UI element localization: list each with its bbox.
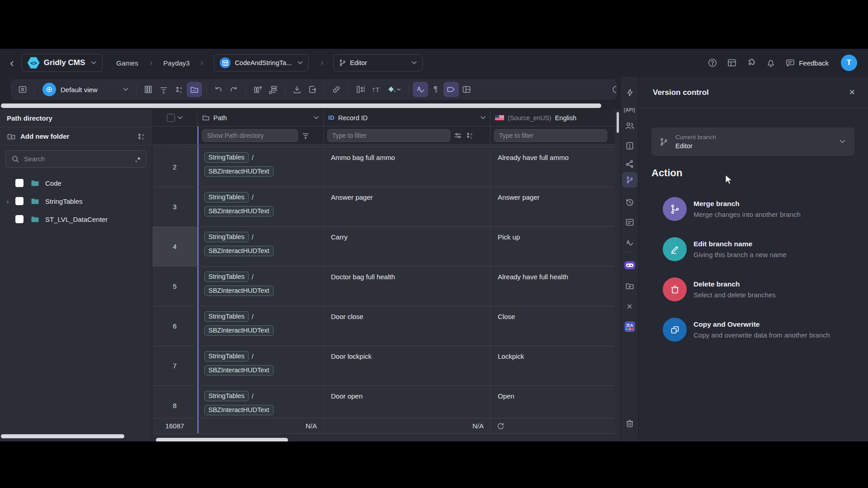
path-tag[interactable]: StringTables — [204, 272, 249, 282]
path-tag[interactable]: StringTables — [204, 152, 249, 163]
select-all-checkbox[interactable] — [167, 114, 175, 122]
path-cell[interactable]: StringTables/SBZInteractHUDText — [198, 346, 324, 385]
path-cell[interactable]: StringTables/SBZInteractHUDText — [198, 227, 324, 266]
path-cell[interactable]: StringTables/SBZInteractHUDText — [198, 147, 324, 187]
sidebar-search-input[interactable]: Search .* — [5, 150, 146, 168]
table-horizontal-scrollbar-thumb[interactable] — [156, 438, 288, 441]
path-tag[interactable]: StringTables — [204, 232, 249, 242]
current-branch-selector[interactable]: Current branch Editor — [651, 127, 854, 156]
sort-icon[interactable]: az — [171, 82, 187, 97]
search-icon[interactable] — [610, 84, 617, 95]
trash-icon[interactable] — [626, 419, 634, 428]
table-row[interactable]: 2StringTables/SBZInteractHUDTextAmmo bag… — [152, 147, 615, 187]
path-tag[interactable]: SBZInteractHUDText — [204, 365, 274, 375]
refresh-icon[interactable] — [497, 422, 505, 430]
filter-funnel-icon[interactable] — [302, 132, 310, 139]
select-all-header[interactable] — [152, 109, 198, 126]
table-row[interactable]: 4StringTables/SBZInteractHUDTextCarryPic… — [152, 227, 615, 267]
regex-toggle-icon[interactable]: .* — [135, 155, 141, 163]
table-row[interactable]: 7StringTables/SBZInteractHUDTextDoor loc… — [152, 346, 615, 386]
path-cell[interactable]: StringTables/SBZInteractHUDText — [198, 267, 324, 306]
breadcrumb-games[interactable]: Games — [116, 59, 138, 67]
action-edit-branch-name[interactable]: Edit branch nameGiving this branch a new… — [663, 229, 859, 269]
grid-selector[interactable]: CodeAndStringTa... — [214, 54, 309, 71]
automations-icon[interactable] — [625, 88, 634, 97]
record-id-cell[interactable]: Door open — [324, 386, 491, 418]
notes-card-icon[interactable] — [625, 218, 634, 226]
filter-settings-icon[interactable] — [454, 132, 462, 139]
path-tag[interactable]: SBZInteractHUDText — [204, 325, 274, 336]
grid-horizontal-scrollbar-thumb[interactable] — [1, 103, 601, 108]
tasks-icon[interactable] — [625, 141, 634, 150]
english-filter-input[interactable]: Type to filter — [494, 129, 607, 142]
table-row[interactable]: 6StringTables/SBZInteractHUDTextDoor clo… — [152, 306, 615, 346]
path-tag[interactable]: StringTables — [204, 391, 249, 401]
insert-row-icon[interactable] — [265, 82, 281, 97]
column-header-path[interactable]: Path — [198, 109, 324, 126]
tag-icon[interactable] — [443, 82, 459, 97]
table-row[interactable]: 5StringTables/SBZInteractHUDTextDoctor b… — [152, 267, 615, 306]
view-manager-icon[interactable] — [15, 82, 30, 97]
record-id-cell[interactable]: Door lockpick — [324, 346, 491, 385]
path-tag[interactable]: SBZInteractHUDText — [204, 405, 274, 415]
paragraph-marks-icon[interactable]: ¶ — [428, 82, 443, 97]
path-cell[interactable]: StringTables/SBZInteractHUDText — [198, 386, 324, 418]
view-branch-selector[interactable]: Editor — [333, 54, 423, 71]
action-delete-branch[interactable]: Delete branchSelect and delete branches — [663, 269, 859, 310]
api-icon[interactable]: [API] — [624, 108, 635, 113]
sidebar-horizontal-scrollbar-thumb[interactable] — [1, 434, 124, 438]
close-icon[interactable]: ✕ — [849, 88, 855, 97]
path-tag[interactable]: SBZInteractHUDText — [204, 286, 274, 296]
share-network-icon[interactable] — [625, 160, 634, 169]
chevron-right-icon[interactable]: › — [0, 197, 15, 205]
filter-icon[interactable] — [156, 82, 171, 97]
export-icon[interactable] — [289, 82, 305, 97]
folder-checkbox[interactable] — [15, 197, 24, 205]
spellcheck-icon[interactable]: A — [413, 82, 428, 97]
english-cell[interactable]: Pick up — [491, 227, 615, 266]
user-avatar[interactable]: T — [841, 55, 857, 71]
record-filter-input[interactable]: Type to filter — [327, 129, 450, 142]
feedback-button[interactable]: Feedback — [785, 58, 829, 67]
x-integration-icon[interactable]: ✕ — [627, 302, 632, 311]
english-cell[interactable]: Open — [491, 386, 615, 418]
spellcheck-rail-icon[interactable]: A — [625, 238, 634, 247]
layout-panels-icon[interactable] — [459, 82, 474, 97]
path-tag[interactable]: StringTables — [204, 192, 249, 202]
layout-icon[interactable] — [727, 58, 737, 68]
english-cell[interactable]: Lockpick — [491, 346, 615, 385]
record-id-cell[interactable]: Doctor bag full health — [324, 267, 491, 306]
collaborators-icon[interactable] — [625, 121, 635, 130]
path-tag[interactable]: SBZInteractHUDText — [204, 206, 274, 216]
add-new-folder-button[interactable]: Add new folder az — [0, 127, 152, 145]
folder-checkbox[interactable] — [15, 215, 24, 223]
path-cell[interactable]: StringTables/SBZInteractHUDText — [198, 306, 324, 346]
column-header-record-id[interactable]: ID Record ID — [324, 109, 491, 126]
english-cell[interactable]: Already have full ammo — [491, 147, 615, 187]
path-filter-input[interactable]: Show Path directory — [202, 129, 298, 142]
dependency-link-icon[interactable] — [329, 82, 344, 97]
action-copy-and-overwrite[interactable]: Copy and OverwriteCopy and overwrite dat… — [663, 310, 859, 350]
folder-checkbox[interactable] — [15, 179, 24, 187]
record-id-cell[interactable]: Ammo bag full ammo — [324, 147, 491, 187]
insert-column-icon[interactable] — [250, 82, 265, 97]
record-id-cell[interactable]: Carry — [324, 227, 491, 266]
folder-upload-icon[interactable] — [625, 282, 634, 290]
table-row[interactable]: 3StringTables/SBZInteractHUDTextAnswer p… — [152, 187, 615, 227]
translation-icon[interactable]: 大A — [624, 322, 635, 332]
path-cell[interactable]: StringTables/SBZInteractHUDText — [198, 187, 324, 226]
fill-color-icon[interactable] — [383, 82, 404, 97]
breadcrumb-payday3[interactable]: Payday3 — [163, 59, 189, 67]
redo-icon[interactable] — [226, 82, 241, 97]
sidebar-folder-StringTables[interactable]: ›StringTables — [0, 192, 152, 210]
path-tag[interactable]: StringTables — [204, 311, 249, 322]
hide-columns-icon[interactable] — [141, 82, 156, 97]
group-by-folder-icon[interactable] — [187, 82, 202, 97]
path-tag[interactable]: SBZInteractHUDText — [204, 246, 274, 256]
back-button[interactable]: ‹ — [10, 57, 14, 69]
english-cell[interactable]: Already have full health — [491, 267, 615, 306]
column-sort-icon[interactable]: az — [466, 131, 474, 140]
puzzle-icon[interactable] — [746, 58, 756, 68]
sidebar-folder-Code[interactable]: Code — [0, 174, 152, 192]
text-format-icon[interactable]: TT — [368, 82, 383, 97]
